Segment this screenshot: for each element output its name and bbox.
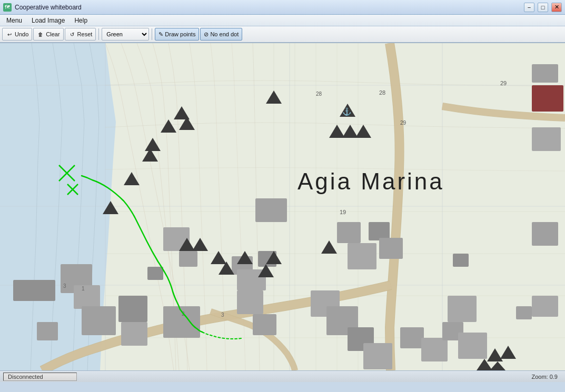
svg-rect-38 xyxy=(74,285,100,309)
draw-points-label: Draw points xyxy=(165,31,195,37)
svg-text:3: 3 xyxy=(63,283,66,289)
color-selector[interactable]: Green Red Blue Black Yellow xyxy=(102,28,149,41)
reset-button[interactable]: ↺ Reset xyxy=(65,28,96,41)
svg-text:3: 3 xyxy=(221,312,224,318)
svg-rect-33 xyxy=(421,338,448,361)
draw-points-button[interactable]: ✎ Draw points xyxy=(155,28,199,41)
minimize-button[interactable]: − xyxy=(524,3,534,12)
menu-menu[interactable]: Menu xyxy=(2,16,26,25)
undo-button[interactable]: ↩ Undo xyxy=(2,28,32,41)
svg-text:Agia  Marina: Agia Marina xyxy=(298,168,444,194)
svg-text:29: 29 xyxy=(500,80,507,86)
svg-rect-17 xyxy=(369,222,390,240)
no-end-dot-label: No end dot xyxy=(210,31,239,37)
svg-rect-15 xyxy=(337,222,361,243)
svg-text:28: 28 xyxy=(316,91,322,97)
svg-rect-43 xyxy=(532,85,563,112)
svg-rect-36 xyxy=(13,280,55,301)
draw-points-icon: ✎ xyxy=(158,31,163,38)
svg-rect-41 xyxy=(121,322,147,346)
svg-rect-26 xyxy=(237,290,263,314)
svg-rect-39 xyxy=(82,306,116,335)
svg-rect-13 xyxy=(453,254,469,267)
svg-rect-32 xyxy=(400,327,424,348)
undo-icon: ↩ xyxy=(6,31,13,38)
clear-label: Clear xyxy=(46,31,60,37)
statusbar: Disconnected Zoom: 0.9 xyxy=(0,370,565,382)
svg-rect-27 xyxy=(253,314,276,335)
separator-1 xyxy=(98,28,99,40)
svg-rect-16 xyxy=(348,243,376,269)
zoom-display: Zoom: 0.9 xyxy=(531,374,558,380)
svg-rect-10 xyxy=(532,296,558,317)
svg-rect-11 xyxy=(516,306,532,319)
svg-rect-14 xyxy=(255,198,287,222)
clear-icon: 🗑 xyxy=(37,31,44,38)
undo-label: Undo xyxy=(15,31,28,37)
close-button[interactable]: ✕ xyxy=(551,3,562,12)
svg-rect-20 xyxy=(179,251,197,267)
no-end-dot-button[interactable]: ⊘ No end dot xyxy=(200,28,242,41)
svg-rect-9 xyxy=(532,222,558,246)
menu-help[interactable]: Help xyxy=(70,16,92,25)
toolbar: ↩ Undo 🗑 Clear ↺ Reset Green Red Blue Bl… xyxy=(0,26,565,43)
menubar: Menu Load Image Help xyxy=(0,15,565,26)
menu-load-image[interactable]: Load Image xyxy=(27,16,69,25)
map-svg: 28 29 28 29 19 1 2 3 4 3 ⚓ Agia Marina xyxy=(0,43,565,370)
connection-status: Disconnected xyxy=(3,373,77,381)
maximize-button[interactable]: □ xyxy=(538,3,548,12)
svg-text:19: 19 xyxy=(340,209,346,215)
svg-text:29: 29 xyxy=(400,120,407,126)
reset-label: Reset xyxy=(77,31,93,37)
svg-rect-7 xyxy=(532,64,558,83)
reset-icon: ↺ xyxy=(68,31,76,38)
no-end-dot-icon: ⊘ xyxy=(204,31,209,38)
svg-rect-40 xyxy=(118,296,147,322)
svg-rect-42 xyxy=(37,322,58,340)
svg-rect-35 xyxy=(458,333,487,359)
svg-rect-31 xyxy=(363,343,392,369)
svg-rect-12 xyxy=(448,296,477,322)
clear-button[interactable]: 🗑 Clear xyxy=(33,28,63,41)
svg-text:1: 1 xyxy=(82,286,85,292)
app-icon: 🗺 xyxy=(3,3,12,12)
svg-text:28: 28 xyxy=(379,89,385,96)
svg-rect-21 xyxy=(147,267,163,280)
window-title: Cooperative whiteboard xyxy=(15,4,521,11)
svg-text:⚓: ⚓ xyxy=(342,107,352,116)
separator-2 xyxy=(152,28,152,40)
map-container[interactable]: 28 29 28 29 19 1 2 3 4 3 ⚓ Agia Marina xyxy=(0,43,565,370)
svg-rect-18 xyxy=(379,238,403,259)
titlebar: 🗺 Cooperative whiteboard − □ ✕ xyxy=(0,0,565,15)
svg-rect-8 xyxy=(532,127,561,151)
